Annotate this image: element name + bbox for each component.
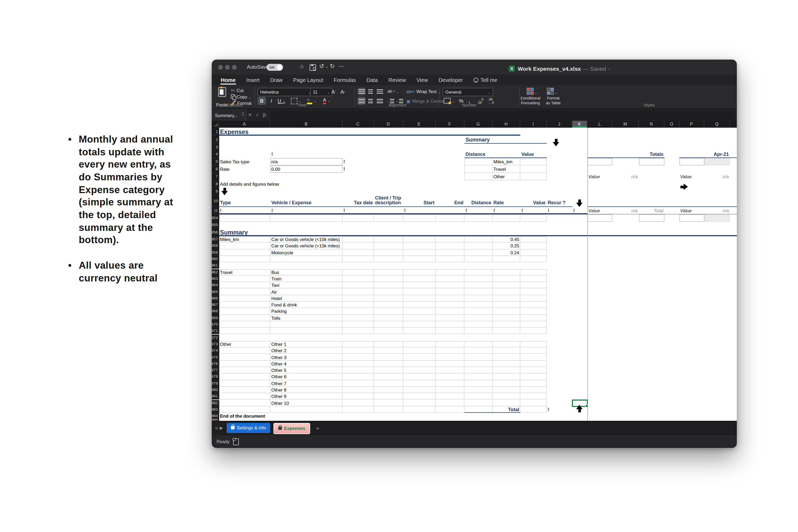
cell-A3962[interactable]: Travel	[219, 269, 270, 276]
cell-A10[interactable]: Type	[219, 195, 270, 207]
number-format-select[interactable]: General⌄	[443, 88, 493, 96]
cell-H6[interactable]: Travel	[492, 166, 520, 173]
cell-I11[interactable]: !	[520, 207, 547, 214]
cell-A3973[interactable]: Other	[219, 341, 270, 348]
row-header-3964[interactable]: 3964	[212, 282, 219, 289]
column-header-H[interactable]: H	[492, 121, 520, 128]
column-header-M[interactable]: M	[612, 121, 639, 128]
align-middle-button[interactable]	[366, 88, 375, 95]
row-header-3960[interactable]: 3960	[212, 256, 219, 263]
cell-B3964[interactable]: Taxi	[270, 282, 342, 289]
cell-L11[interactable]: Value	[587, 207, 612, 214]
cell-B3979[interactable]: Other 7	[270, 380, 342, 387]
grow-font-button[interactable]: A^	[330, 88, 338, 95]
row-header-3980[interactable]: 3980	[212, 387, 219, 394]
undo-icon[interactable]: ↺	[319, 63, 324, 70]
insert-function-icon[interactable]: fx	[263, 112, 266, 118]
cell-C11[interactable]: !	[342, 207, 374, 214]
font-family-select[interactable]: Helvetica⌄	[258, 88, 314, 96]
cancel-icon[interactable]: ✕	[248, 112, 252, 118]
row-header-7[interactable]: 7	[212, 173, 219, 180]
ribbon-tab-data[interactable]: Data	[361, 75, 383, 85]
home-icon[interactable]: ⌂	[300, 63, 304, 69]
row-header-3959[interactable]: 3959	[212, 249, 219, 256]
cell-B3977[interactable]: Other 5	[270, 367, 342, 374]
row-header-3966[interactable]: 3966	[212, 295, 219, 302]
cell-F10[interactable]: End	[435, 195, 464, 207]
cell-B3975[interactable]: Other 3	[270, 354, 342, 361]
ribbon-tab-formulas[interactable]: Formulas	[328, 75, 361, 85]
row-header-6[interactable]: 6	[212, 166, 219, 173]
row-header-3970[interactable]: 3970	[212, 321, 219, 328]
cell-B3973[interactable]: Other 1	[270, 341, 342, 348]
column-header-P[interactable]: P	[679, 121, 704, 128]
cell-A5[interactable]: Sales Tax type	[219, 158, 270, 166]
cell-B3966[interactable]: Hotel	[270, 295, 342, 302]
row-header-3954[interactable]: 3954	[212, 214, 219, 222]
cell-H5[interactable]: Miles_km	[492, 158, 520, 166]
align-bottom-button[interactable]	[376, 88, 384, 95]
prev-sheet-icon[interactable]: ◀	[214, 425, 217, 430]
cell-J3983[interactable]: !	[547, 406, 572, 413]
redo-icon[interactable]: ↻	[330, 63, 335, 70]
column-header-O[interactable]: O	[664, 121, 679, 128]
column-header-D[interactable]: D	[374, 121, 403, 128]
column-header-N[interactable]: N	[639, 121, 664, 128]
cell-P7[interactable]: Value	[679, 173, 704, 180]
cell-C10[interactable]: Tax date	[342, 195, 374, 207]
column-header-C[interactable]: C	[342, 121, 374, 128]
cell-B5[interactable]: n/a	[270, 158, 342, 166]
row-header-3967[interactable]: 3967	[212, 302, 219, 308]
cell-B3957[interactable]: Car or Goods vehicle (<10k miles)	[270, 236, 342, 243]
cell-B3980[interactable]: Other 8	[270, 387, 342, 394]
ribbon-tab-developer[interactable]: Developer	[433, 75, 468, 85]
cell-G2[interactable]: Summary	[464, 136, 492, 144]
more-icon[interactable]: ⋯	[338, 63, 344, 70]
name-box-spinner-icon[interactable]: ▲▼	[242, 111, 244, 117]
row-header-8[interactable]: 8	[212, 180, 219, 188]
paste-button[interactable]: Paste	[215, 87, 229, 103]
row-header-1[interactable]: 1	[212, 128, 219, 136]
cell-N4[interactable]: Totals	[639, 151, 664, 158]
ribbon-tab-view[interactable]: View	[411, 75, 433, 85]
cell-G11[interactable]: !	[464, 207, 492, 214]
cell-B3982[interactable]: Other 10	[270, 400, 342, 406]
column-header-A[interactable]: A	[219, 121, 270, 128]
cell-K11[interactable]: !	[572, 207, 587, 214]
column-header-G[interactable]: G	[464, 121, 492, 128]
cell-B3969[interactable]: Tolls	[270, 315, 342, 321]
cell-H3957[interactable]: 0.45	[492, 236, 520, 243]
cell-A3957[interactable]: Miles_km	[219, 236, 270, 243]
cell-I4[interactable]: Value	[520, 151, 547, 158]
cell-Q11[interactable]: n/a	[704, 207, 730, 214]
cell-A3984[interactable]: End of the document	[219, 413, 270, 419]
autosave-toggle[interactable]: ON	[267, 63, 283, 71]
row-header-3957[interactable]: 3957	[212, 236, 219, 243]
ribbon-tab-page-layout[interactable]: Page Layout	[288, 75, 328, 85]
row-header-3972[interactable]: 3972	[212, 334, 219, 341]
row-header-11[interactable]: 11	[212, 207, 219, 214]
column-header-K[interactable]: K	[572, 121, 587, 128]
enter-icon[interactable]: ✓	[255, 112, 259, 118]
cell-M7[interactable]: n/a	[612, 173, 639, 180]
cell-B6[interactable]: 0.00	[270, 166, 342, 173]
row-header-3962[interactable]: 3962	[212, 269, 219, 276]
row-header-3979[interactable]: 3979	[212, 380, 219, 387]
cell-B3978[interactable]: Other 6	[270, 374, 342, 380]
cell-A11[interactable]: !	[219, 207, 270, 214]
cell-B3968[interactable]: Parking	[270, 308, 342, 315]
row-header-3983[interactable]: 3983	[212, 406, 219, 413]
cell-B3959[interactable]: Motorcycle	[270, 249, 342, 256]
formula-input[interactable]	[270, 110, 735, 120]
add-sheet-button[interactable]: +	[316, 425, 320, 431]
cell-B10[interactable]: Vehicle / Expense	[270, 195, 342, 207]
cell-H3983[interactable]: Total	[492, 406, 520, 413]
cell-E10[interactable]: Start	[403, 195, 435, 207]
row-header-3977[interactable]: 3977	[212, 367, 219, 374]
row-header-3973[interactable]: 3973	[212, 341, 219, 348]
row-header-9[interactable]: 9	[212, 188, 219, 195]
cell-B3958[interactable]: Car or Goods vehicle (>10k miles)	[270, 243, 342, 249]
cell-Q4[interactable]: Apr-21	[704, 151, 730, 158]
cell-B3974[interactable]: Other 2	[270, 347, 342, 354]
shrink-font-button[interactable]: Av	[339, 88, 347, 95]
